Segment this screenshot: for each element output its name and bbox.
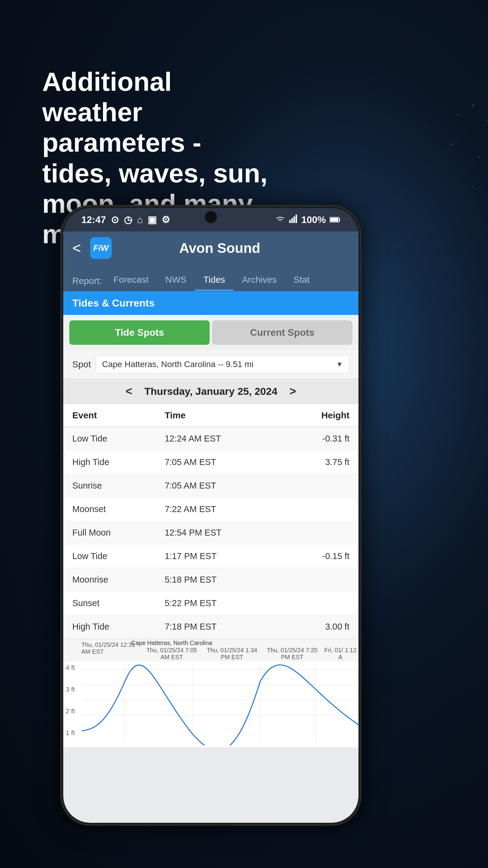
svg-point-7 [472,186,474,187]
tide-spots-button[interactable]: Tide Spots [69,320,210,345]
battery-icon [330,214,340,225]
table-row: Low Tide 1:17 PM EST -0.15 ft [63,545,358,568]
cell-height [280,598,350,608]
tab-forecast[interactable]: Forecast [105,270,157,291]
chart-time-5: Fri, 01/ 1:12 A [322,641,358,661]
cell-time: 5:18 PM EST [165,575,280,585]
current-date: Thursday, January 25, 2024 [144,385,278,397]
tide-table: Event Time Height Low Tide 12:24 AM EST … [63,404,358,639]
svg-point-3 [457,114,459,116]
cell-event: Low Tide [72,434,165,444]
cell-event: Sunrise [72,481,165,491]
prev-date-button[interactable]: < [126,385,132,398]
status-right: 100% [275,214,340,225]
cell-time: 12:24 AM EST [165,434,280,444]
clock-icon: ⊙ [111,214,119,225]
weather-icon: ⌂ [137,214,143,225]
cell-height: -0.15 ft [280,551,350,561]
cell-time: 12:54 PM EST [165,528,280,538]
svg-rect-11 [291,218,293,223]
table-row: Sunrise 7:05 AM EST [63,474,358,498]
alarm-icon: ◷ [124,214,132,225]
svg-rect-10 [289,220,291,223]
cell-height: 3.75 ft [280,457,350,467]
chart-time-4: Thu, 01/25/24 7:20 PM EST [262,641,322,661]
cell-event: Moonrise [72,575,165,585]
tab-bar: Report: Forecast NWS Tides Archives Stat [63,265,358,291]
spot-label: Spot [72,359,91,370]
chart-title-container: Cape Hatteras, North Carolina Thu, 01/25… [141,641,202,661]
table-row: Full Moon 12:54 PM EST [63,521,358,545]
status-left: 12:47 ⊙ ◷ ⌂ ▣ ⚙ [82,214,170,225]
cell-time: 7:05 AM EST [165,481,280,491]
table-row: Moonset 7:22 AM EST [63,498,358,521]
chart-title: Cape Hatteras, North Carolina [131,640,212,647]
col-event-header: Event [72,410,165,421]
time-display: 12:47 [82,214,106,225]
cell-height [280,528,350,538]
signal-bars-icon [289,214,298,225]
tab-report-label: Report: [69,271,105,291]
spot-dropdown[interactable]: Cape Hatteras, North Carolina -- 9.51 mi… [96,355,350,374]
settings-icon: ⚙ [161,214,170,225]
chart-y-labels: 4 ft 3 ft 2 ft 1 ft [66,664,75,737]
date-navigator: < Thursday, January 25, 2024 > [63,379,358,404]
next-date-button[interactable]: > [290,385,296,398]
svg-rect-13 [295,215,297,223]
cell-event: Sunset [72,598,165,608]
cell-event: High Tide [72,622,165,632]
toggle-container: Tide Spots Current Spots [63,315,358,350]
cell-height [280,575,350,585]
back-button[interactable]: < [72,239,81,257]
cell-height: -0.31 ft [280,434,350,444]
table-header-row: Event Time Height [63,404,358,427]
section-header: Tides & Currents [63,291,358,315]
wifi-icon [275,214,286,225]
cell-time: 1:17 PM EST [165,551,280,561]
current-spots-button[interactable]: Current Spots [212,320,352,345]
table-row: High Tide 7:05 AM EST 3.75 ft [63,451,358,474]
svg-point-4 [478,156,480,158]
table-row: High Tide 7:18 PM EST 3.00 ft [63,615,358,639]
svg-rect-15 [339,218,340,221]
app-title: Avon Sound [121,240,319,256]
svg-point-6 [451,144,453,146]
tide-chart: Thu, 01/25/24 12:31 AM EST Cape Hatteras… [63,639,358,747]
cell-height [280,504,350,514]
tab-archives[interactable]: Archives [233,270,285,291]
tide-chart-svg [63,661,358,745]
cell-height [280,481,350,491]
col-time-header: Time [165,410,280,421]
phone-frame: 12:47 ⊙ ◷ ⌂ ▣ ⚙ [60,205,361,826]
phone-inner: 12:47 ⊙ ◷ ⌂ ▣ ⚙ [63,208,358,823]
table-row: Sunset 5:22 PM EST [63,592,358,615]
app-content: < FiW Avon Sound Report: Forecast NWS Ti… [63,231,358,823]
camera-notch [205,211,217,223]
svg-rect-12 [293,216,295,223]
table-row: Moonrise 5:18 PM EST [63,568,358,592]
app-header: < FiW Avon Sound [63,231,358,265]
cell-time: 7:22 AM EST [165,504,280,514]
cell-time: 7:05 AM EST [165,457,280,467]
table-row: Low Tide 12:24 AM EST -0.31 ft [63,427,358,451]
col-height-header: Height [280,410,350,421]
battery-display: 100% [301,214,326,225]
cell-time: 7:18 PM EST [165,622,280,632]
spot-value: Cape Hatteras, North Carolina -- 9.51 mi [102,360,254,369]
cell-time: 5:22 PM EST [165,598,280,608]
cell-event: High Tide [72,457,165,467]
cell-event: Full Moon [72,528,165,538]
cell-event: Low Tide [72,551,165,561]
svg-rect-16 [330,218,338,221]
tab-nws[interactable]: NWS [157,270,195,291]
tab-tides[interactable]: Tides [195,270,233,291]
app-logo: FiW [90,237,112,259]
svg-point-0 [472,104,474,106]
dropdown-arrow-icon: ▼ [336,360,343,369]
tab-stat[interactable]: Stat [285,270,318,291]
cell-height: 3.00 ft [280,622,350,632]
photo-icon: ▣ [148,214,157,225]
cell-event: Moonset [72,504,165,514]
spot-selector: Spot Cape Hatteras, North Carolina -- 9.… [63,350,358,379]
